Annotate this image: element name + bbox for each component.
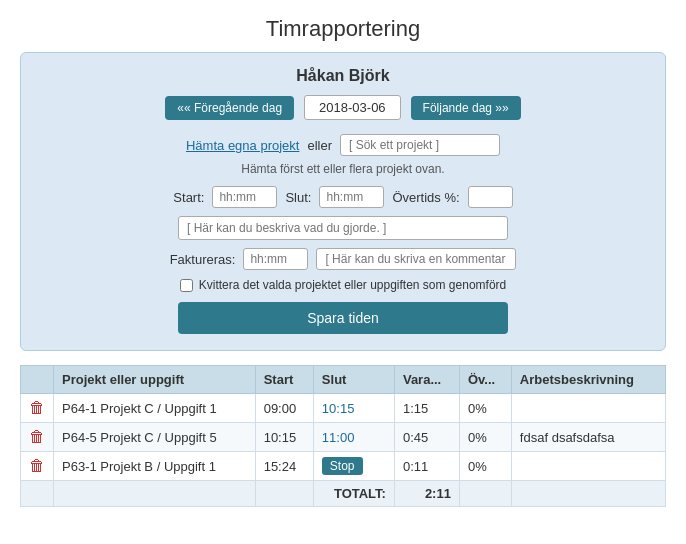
total-row: TOTALT: 2:11	[21, 481, 666, 507]
page-title: Timrapportering	[0, 0, 686, 52]
checkbox-row: Kvittera det valda projektet eller uppgi…	[39, 278, 647, 292]
fetch-project-row: Hämta egna projekt eller	[39, 134, 647, 156]
confirm-checkbox[interactable]	[180, 279, 193, 292]
col-delete	[21, 366, 54, 394]
fetch-own-projects-button[interactable]: Hämta egna projekt	[186, 138, 299, 153]
end-time[interactable]: Stop	[313, 452, 394, 481]
start-label: Start:	[173, 190, 204, 205]
billing-row: Faktureras:	[39, 248, 647, 270]
user-name: Håkan Björk	[39, 67, 647, 85]
description-input[interactable]	[178, 216, 508, 240]
total-empty-5	[511, 481, 665, 507]
duration: 0:45	[394, 423, 459, 452]
work-description	[511, 452, 665, 481]
end-time-input[interactable]	[319, 186, 384, 208]
work-description: fdsaf dsafsdafsa	[511, 423, 665, 452]
col-start: Start	[255, 366, 313, 394]
date-navigation: «« Föregående dag 2018-03-06 Följande da…	[39, 95, 647, 120]
overtime-pct: 0%	[459, 423, 511, 452]
time-entries-table: Projekt eller uppgift Start Slut Vara...…	[20, 365, 666, 507]
col-end: Slut	[313, 366, 394, 394]
col-overtime: Öv...	[459, 366, 511, 394]
project-search-input[interactable]	[340, 134, 500, 156]
total-label: TOTALT:	[313, 481, 394, 507]
end-time-link[interactable]: 10:15	[322, 401, 355, 416]
overtime-pct: 0%	[459, 452, 511, 481]
total-empty-3	[255, 481, 313, 507]
end-time[interactable]: 10:15	[313, 394, 394, 423]
total-value: 2:11	[394, 481, 459, 507]
overtime-label: Övertids %:	[392, 190, 459, 205]
overtime-pct: 0%	[459, 394, 511, 423]
end-time-link[interactable]: 11:00	[322, 430, 355, 445]
or-label: eller	[307, 138, 332, 153]
fetch-hint: Hämta först ett eller flera projekt ovan…	[39, 162, 647, 176]
end-time[interactable]: 11:00	[313, 423, 394, 452]
end-label: Slut:	[285, 190, 311, 205]
current-date: 2018-03-06	[304, 95, 401, 120]
duration: 1:15	[394, 394, 459, 423]
col-project: Projekt eller uppgift	[54, 366, 256, 394]
start-time: 10:15	[255, 423, 313, 452]
time-inputs-row: Start: Slut: Övertids %: 0	[39, 186, 647, 208]
work-description	[511, 394, 665, 423]
table-row: 🗑P64-1 Projekt C / Uppgift 109:0010:151:…	[21, 394, 666, 423]
table-row: 🗑P64-5 Projekt C / Uppgift 510:1511:000:…	[21, 423, 666, 452]
time-report-card: Håkan Björk «« Föregående dag 2018-03-06…	[20, 52, 666, 351]
col-duration: Vara...	[394, 366, 459, 394]
duration: 0:11	[394, 452, 459, 481]
table-header: Projekt eller uppgift Start Slut Vara...…	[21, 366, 666, 394]
billing-time-input[interactable]	[243, 248, 308, 270]
comment-input[interactable]	[316, 248, 516, 270]
project-name: P63-1 Projekt B / Uppgift 1	[54, 452, 256, 481]
project-name: P64-1 Projekt C / Uppgift 1	[54, 394, 256, 423]
total-empty-2	[54, 481, 256, 507]
save-button[interactable]: Spara tiden	[178, 302, 508, 334]
prev-day-button[interactable]: «« Föregående dag	[165, 96, 294, 120]
delete-icon[interactable]: 🗑	[29, 428, 45, 445]
total-empty-1	[21, 481, 54, 507]
next-day-button[interactable]: Följande dag »»	[411, 96, 521, 120]
delete-icon[interactable]: 🗑	[29, 457, 45, 474]
table-row: 🗑P63-1 Projekt B / Uppgift 115:24Stop0:1…	[21, 452, 666, 481]
start-time-input[interactable]	[212, 186, 277, 208]
col-description: Arbetsbeskrivning	[511, 366, 665, 394]
project-name: P64-5 Projekt C / Uppgift 5	[54, 423, 256, 452]
start-time: 15:24	[255, 452, 313, 481]
table-body: 🗑P64-1 Projekt C / Uppgift 109:0010:151:…	[21, 394, 666, 507]
billing-label: Faktureras:	[170, 252, 236, 267]
delete-icon[interactable]: 🗑	[29, 399, 45, 416]
start-time: 09:00	[255, 394, 313, 423]
overtime-input[interactable]: 0	[468, 186, 513, 208]
total-empty-4	[459, 481, 511, 507]
stop-button[interactable]: Stop	[322, 457, 363, 475]
confirm-label: Kvittera det valda projektet eller uppgi…	[199, 278, 507, 292]
